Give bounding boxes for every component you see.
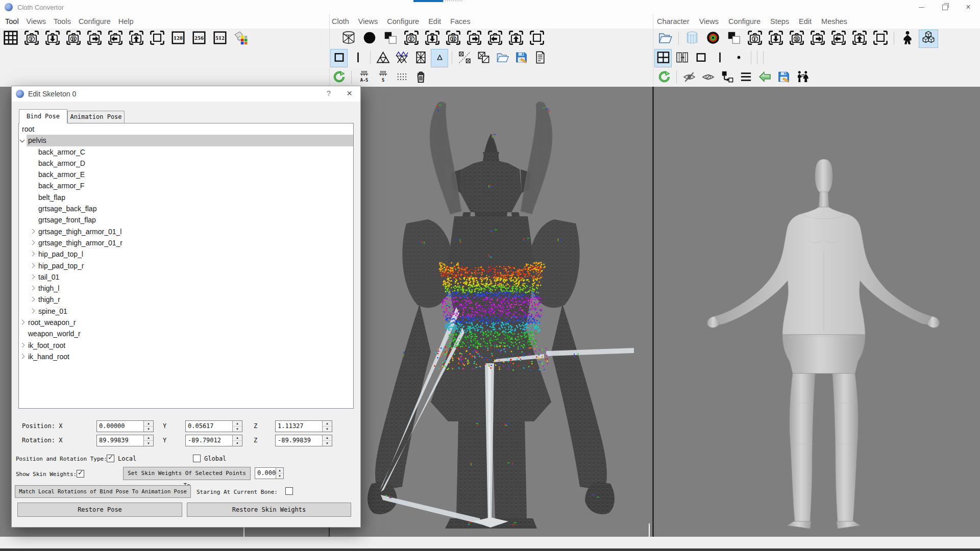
menu-item-edit[interactable]: Edit <box>428 17 441 26</box>
staring-at-current-bone-checkbox[interactable] <box>285 487 293 495</box>
camera-front-button[interactable]: F <box>745 30 765 48</box>
tree-item-spine_01[interactable]: spine_01 <box>19 306 353 317</box>
refresh-button[interactable] <box>655 68 673 87</box>
spin-down-icon[interactable]: ▼ <box>144 427 153 432</box>
tree-item-belt_flap[interactable]: belt_flap <box>19 192 353 203</box>
restore-pose-button[interactable]: Restore Pose <box>17 503 182 517</box>
tree-item-hip_pad_top_l[interactable]: hip_pad_top_l <box>19 248 353 260</box>
spin-up-icon[interactable]: ▲ <box>233 421 242 427</box>
camera-down-button[interactable] <box>43 30 62 48</box>
blue-cylinder-button[interactable] <box>682 30 702 48</box>
spin-down-icon[interactable]: ▼ <box>233 441 242 446</box>
tree-item-ik_hand_root[interactable]: ik_hand_root <box>19 351 353 362</box>
grid-button[interactable] <box>1 30 20 48</box>
camera-back-button[interactable]: B <box>64 30 83 48</box>
camera-left-button[interactable] <box>485 30 505 48</box>
position-y-field[interactable]: 0.05617 ▲▼ <box>185 420 242 432</box>
tree-item-back_armor_D[interactable]: back_armor_D <box>19 158 353 169</box>
rotation-x-spinner[interactable]: ▲▼ <box>143 435 153 446</box>
menu-item-tools[interactable]: Tools <box>54 17 71 26</box>
square-outline-button[interactable] <box>330 49 348 67</box>
wire-cylinder-button[interactable] <box>339 30 358 48</box>
tree-item-grtsage_front_flap[interactable]: grtsage_front_flap <box>19 214 353 226</box>
person-button[interactable] <box>898 30 917 48</box>
spin-up-icon[interactable]: ▲ <box>323 435 332 441</box>
menu-item-configure[interactable]: Configure <box>387 17 419 26</box>
swap-faces-button[interactable] <box>475 49 492 67</box>
rotation-z-spinner[interactable]: ▲▼ <box>322 435 332 446</box>
position-x-value[interactable]: 0.00000 <box>97 421 143 432</box>
tree-item-thigh_r[interactable]: thigh_r <box>19 294 353 305</box>
close-button[interactable]: × <box>957 0 980 14</box>
spin-down-icon[interactable]: ▼ <box>323 427 332 432</box>
dialog-close-button[interactable]: × <box>347 88 352 99</box>
eye-hidden-button[interactable] <box>680 68 698 87</box>
menu-item-configure[interactable]: Configure <box>79 17 111 26</box>
rotation-y-field[interactable]: -89.79012 ▲▼ <box>185 435 242 446</box>
target-button[interactable] <box>703 30 723 48</box>
tree-item-tail_01[interactable]: tail_01 <box>19 271 353 283</box>
minimize-button[interactable] <box>910 0 933 14</box>
skin-weight-spinner[interactable]: ▲▼ <box>276 468 283 479</box>
reparent-button[interactable] <box>718 68 736 87</box>
cubes-button[interactable] <box>919 30 938 48</box>
paint-bucket-button[interactable] <box>231 30 251 48</box>
chevron-right-icon[interactable] <box>20 320 25 325</box>
arrow-left-button[interactable] <box>756 68 773 87</box>
spin-down-icon[interactable]: ▼ <box>233 427 242 432</box>
size-128-button[interactable]: 128 <box>168 30 188 48</box>
local-checkbox[interactable]: ✓ <box>107 455 114 462</box>
tree-item-back_armor_C[interactable]: back_armor_C <box>19 146 353 158</box>
ruler-as-button[interactable]: A-S <box>355 68 373 87</box>
spin-up-icon[interactable]: ▲ <box>323 421 332 427</box>
camera-left-button[interactable] <box>829 30 848 48</box>
tab-bind-pose[interactable]: Bind Pose <box>19 109 67 123</box>
size-512-button[interactable]: 512 <box>210 30 230 48</box>
tab-animation-pose[interactable]: Animation Pose <box>67 111 125 123</box>
menu-item-views[interactable]: Views <box>27 17 46 26</box>
triangle-mesh-button[interactable] <box>374 49 391 67</box>
camera-up-button[interactable] <box>850 30 869 48</box>
spin-up-icon[interactable]: ▲ <box>144 421 153 427</box>
menu-item-steps[interactable]: Steps <box>770 17 789 26</box>
size-256-button[interactable]: 256 <box>189 30 209 48</box>
document-button[interactable] <box>531 49 549 67</box>
match-local-rotations-button[interactable]: Match Local Rotations of Bind Pose To An… <box>15 485 191 498</box>
eye-slash-button[interactable] <box>699 68 717 87</box>
rotation-z-field[interactable]: -89.99839 ▲▼ <box>275 435 332 446</box>
chevron-right-icon[interactable] <box>30 308 35 313</box>
menu-item-edit[interactable]: Edit <box>799 17 812 26</box>
chevron-right-icon[interactable] <box>20 342 25 347</box>
menu-item-cloth[interactable]: Cloth <box>332 17 349 26</box>
chevron-right-icon[interactable] <box>30 252 35 257</box>
spin-up-icon[interactable]: ▲ <box>233 435 242 441</box>
save-button[interactable] <box>775 68 792 87</box>
chevron-right-icon[interactable] <box>30 229 35 234</box>
tree-item-grtsage_thigh_armor_01_l[interactable]: grtsage_thigh_armor_01_l <box>19 226 353 237</box>
chevron-right-icon[interactable] <box>30 240 35 245</box>
quad-mesh-button[interactable] <box>412 49 429 67</box>
menu-item-views[interactable]: Views <box>358 17 378 26</box>
menu-item-faces[interactable]: Faces <box>450 17 471 26</box>
skin-weight-value-field[interactable]: 0.000 ▲▼ <box>255 467 284 479</box>
vertical-bar-button[interactable] <box>711 49 728 67</box>
show-skin-weights-checkbox[interactable]: ✓ <box>77 470 84 478</box>
menu-item-meshes[interactable]: Meshes <box>821 17 847 26</box>
skin-weight-value[interactable]: 0.000 <box>255 468 276 479</box>
spin-down-icon[interactable]: ▼ <box>323 441 332 446</box>
dialog-help-button[interactable]: ? <box>327 89 331 97</box>
rotation-z-value[interactable]: -89.99839 <box>276 435 322 446</box>
selection-frame-button[interactable] <box>527 30 547 48</box>
menu-item-configure[interactable]: Configure <box>728 17 761 26</box>
filled-circle-button[interactable] <box>360 30 379 48</box>
camera-left-button[interactable] <box>106 30 125 48</box>
rotation-y-value[interactable]: -89.79012 <box>186 435 232 446</box>
tree-item-back_armor_E[interactable]: back_armor_E <box>19 169 353 180</box>
bone-tree[interactable]: rootpelvisback_armor_Cback_armor_Dback_a… <box>18 123 354 409</box>
rotation-x-value[interactable]: 89.99839 <box>97 435 143 446</box>
position-z-field[interactable]: 1.11327 ▲▼ <box>275 420 332 432</box>
position-z-spinner[interactable]: ▲▼ <box>322 421 332 432</box>
rotation-x-field[interactable]: 89.99839 ▲▼ <box>96 435 154 446</box>
menu-item-views[interactable]: Views <box>699 17 719 26</box>
tree-item-hip_pad_top_r[interactable]: hip_pad_top_r <box>19 260 353 271</box>
